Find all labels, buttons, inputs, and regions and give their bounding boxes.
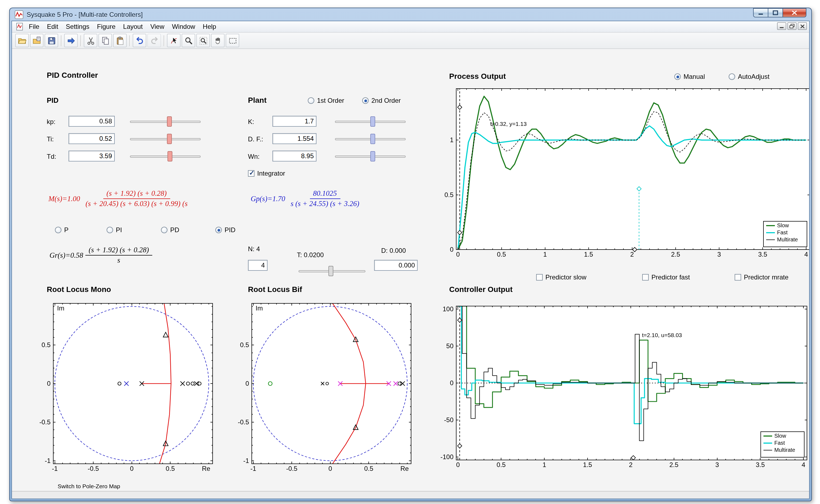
checkbox-icon[interactable]: [536, 274, 543, 281]
svg-text:3: 3: [715, 461, 719, 468]
process-output-chart[interactable]: 00.511.522.533.5400.51t=0.32, y=1.13Slow…: [433, 81, 809, 265]
export-run-button[interactable]: [64, 34, 78, 47]
root-locus-mono-chart[interactable]: -1-0.500.5-1-0.500.5ImRe: [37, 298, 225, 488]
svg-text:0: 0: [130, 465, 133, 472]
svg-text:0.5: 0.5: [497, 251, 506, 258]
mode-radio-pi[interactable]: PI: [107, 226, 122, 234]
ti-slider[interactable]: [130, 134, 201, 144]
child-restore-button[interactable]: [787, 22, 797, 30]
menu-window[interactable]: Window: [168, 22, 199, 32]
wn-input[interactable]: 8.95: [272, 151, 316, 161]
mode-radio-pid[interactable]: PID: [215, 226, 235, 234]
svg-text:Re: Re: [202, 465, 210, 472]
svg-text:1.5: 1.5: [584, 251, 593, 258]
svg-text:Multirate: Multirate: [774, 447, 795, 453]
t-slider-thumb[interactable]: [328, 266, 333, 276]
radio-icon[interactable]: [161, 227, 167, 233]
paste-button[interactable]: [113, 34, 127, 47]
slider-track[interactable]: [130, 121, 201, 123]
copy-button[interactable]: [98, 34, 112, 47]
slider-track[interactable]: [130, 138, 201, 140]
d-input[interactable]: 0.000: [374, 260, 418, 271]
df-slider-thumb[interactable]: [370, 134, 375, 144]
child-minimize-button[interactable]: [777, 22, 786, 30]
ti-slider-thumb[interactable]: [167, 134, 172, 144]
k-slider-thumb[interactable]: [370, 116, 375, 127]
n-input[interactable]: 4: [248, 260, 268, 271]
order-radio-1st[interactable]: 1st Order: [308, 97, 344, 104]
window-maximize-button[interactable]: [768, 8, 783, 17]
mode-radio-pd[interactable]: PD: [161, 226, 179, 234]
menu-settings[interactable]: Settings: [62, 22, 93, 32]
save-button[interactable]: [45, 34, 58, 47]
t-slider[interactable]: [299, 266, 365, 276]
ti-input[interactable]: 0.52: [69, 133, 115, 144]
checkbox-icon[interactable]: [735, 274, 741, 281]
order-radio-2nd[interactable]: 2nd Order: [362, 97, 401, 104]
zoom-tool-button[interactable]: [182, 34, 195, 47]
root-locus-bif-chart[interactable]: -1-0.500.5-1-0.500.5ImRe: [235, 298, 423, 488]
zoom-region-tool-button[interactable]: [196, 34, 210, 47]
kp-label: kp:: [47, 118, 55, 126]
kp-input[interactable]: 0.58: [69, 116, 115, 127]
svg-text:100: 100: [443, 305, 454, 313]
controller-output-chart[interactable]: 00.511.522.533.54-100-50050100t=2.10, u=…: [428, 298, 809, 480]
df-slider[interactable]: [335, 134, 406, 144]
scissors-icon: [86, 36, 95, 45]
svg-text:Slow: Slow: [777, 222, 789, 228]
autoadjust-radio[interactable]: AutoAdjust: [729, 73, 769, 80]
td-input[interactable]: 3.59: [69, 151, 115, 161]
manual-radio[interactable]: Manual: [674, 73, 705, 80]
undo-icon: [135, 36, 144, 45]
radio-icon[interactable]: [55, 227, 61, 233]
child-close-button[interactable]: [798, 22, 807, 30]
menu-file[interactable]: File: [25, 22, 43, 32]
redo-button[interactable]: [147, 34, 161, 47]
k-input[interactable]: 1.7: [272, 116, 316, 127]
checkbox-icon[interactable]: [248, 170, 254, 177]
pan-tool-button[interactable]: [211, 34, 225, 47]
radio-icon[interactable]: [674, 73, 681, 80]
checkbox-icon[interactable]: [642, 274, 649, 281]
gp-transfer-function: Gp(s)=1.70 80.1025s (s + 24.55) (s + 3.2…: [251, 189, 362, 208]
menu-view[interactable]: View: [147, 22, 168, 32]
wn-slider[interactable]: [335, 151, 406, 161]
td-slider-thumb[interactable]: [167, 151, 172, 161]
radio-icon[interactable]: [362, 97, 369, 104]
kp-slider-thumb[interactable]: [167, 116, 172, 127]
kp-slider[interactable]: [130, 116, 201, 127]
svg-text:2: 2: [629, 461, 632, 468]
open-button[interactable]: [15, 34, 29, 47]
window-close-button[interactable]: [782, 8, 806, 17]
open-document-button[interactable]: [30, 34, 44, 47]
radio-icon[interactable]: [107, 227, 113, 233]
svg-text:0.5: 0.5: [240, 341, 249, 349]
wn-slider-thumb[interactable]: [370, 151, 375, 161]
plot-pointer-tool-button[interactable]: [167, 34, 181, 47]
menu-help[interactable]: Help: [199, 22, 220, 32]
slider-track[interactable]: [130, 155, 201, 158]
cut-button[interactable]: [84, 34, 97, 47]
td-slider[interactable]: [130, 151, 201, 161]
menu-edit[interactable]: Edit: [43, 22, 62, 32]
predictor-slow-checkbox[interactable]: Predictor slow: [536, 273, 586, 281]
predictor-mrate-checkbox[interactable]: Predictor mrate: [735, 273, 788, 281]
df-input[interactable]: 1.554: [272, 133, 316, 144]
predictor-fast-checkbox[interactable]: Predictor fast: [642, 273, 690, 281]
integrator-checkbox[interactable]: Integrator: [248, 170, 285, 177]
menu-layout[interactable]: Layout: [119, 22, 147, 32]
radio-icon[interactable]: [729, 73, 735, 80]
select-region-tool-button[interactable]: [226, 34, 239, 47]
root-locus-bif-heading: Root Locus Bif: [248, 285, 302, 294]
switch-pole-zero-link[interactable]: Switch to Pole-Zero Map: [58, 483, 120, 489]
svg-text:t=2.10, u=58.03: t=2.10, u=58.03: [642, 332, 682, 338]
radio-icon[interactable]: [308, 97, 314, 104]
window-minimize-button[interactable]: [753, 8, 768, 17]
k-slider[interactable]: [335, 116, 406, 127]
menu-figure[interactable]: Figure: [93, 22, 119, 32]
mode-radio-p[interactable]: P: [55, 226, 69, 234]
client-area: File Edit Settings Figure Layout View Wi…: [11, 21, 810, 499]
radio-icon[interactable]: [215, 227, 222, 233]
maximize-icon: [773, 10, 778, 15]
undo-button[interactable]: [133, 34, 146, 47]
